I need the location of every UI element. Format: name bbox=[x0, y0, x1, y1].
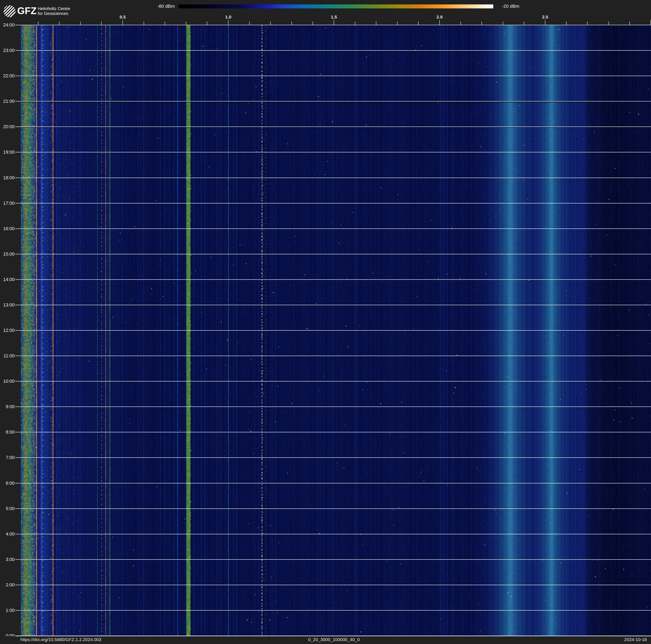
time-label: 4:00 bbox=[0, 531, 15, 536]
time-gridline bbox=[15, 76, 651, 76]
time-label: 6:00 bbox=[0, 481, 15, 486]
time-label: 17:00 bbox=[0, 201, 15, 206]
time-gridline bbox=[15, 330, 651, 331]
time-label: 5:00 bbox=[0, 506, 15, 511]
x-tick-minor bbox=[270, 22, 271, 25]
time-label: 3:00 bbox=[0, 557, 15, 562]
x-tick-major bbox=[228, 20, 228, 25]
x-tick-label: 0.5 bbox=[114, 14, 131, 20]
time-gridline bbox=[15, 101, 651, 101]
time-gridline bbox=[15, 152, 651, 152]
x-tick-minor bbox=[629, 22, 630, 25]
time-label: 22:00 bbox=[0, 74, 15, 79]
x-tick-minor bbox=[144, 22, 144, 25]
x-tick-minor bbox=[524, 22, 524, 25]
time-gridline bbox=[15, 534, 651, 534]
time-label: 2:00 bbox=[0, 582, 15, 587]
x-tick-major bbox=[122, 20, 123, 25]
time-label: 15:00 bbox=[0, 252, 15, 257]
gfz-subtitle-line1: Helmholtz Centre bbox=[38, 6, 70, 11]
time-label: 16:00 bbox=[0, 226, 15, 231]
time-gridline bbox=[15, 178, 651, 178]
time-gridline bbox=[15, 254, 651, 254]
time-label: 23:00 bbox=[0, 48, 15, 53]
time-gridline bbox=[15, 25, 651, 25]
time-label: 10:00 bbox=[0, 379, 15, 384]
x-tick-minor bbox=[608, 22, 609, 25]
time-gridline bbox=[15, 407, 651, 407]
time-gridline bbox=[15, 126, 651, 127]
gfz-logo-icon bbox=[4, 5, 16, 17]
x-tick-minor bbox=[291, 22, 292, 25]
x-tick-major bbox=[545, 20, 546, 25]
x-tick-label: 2.0 bbox=[431, 14, 448, 20]
colorbar-min-label: -80 dBm bbox=[153, 4, 175, 9]
time-gridline bbox=[15, 483, 651, 484]
gfz-logo-subtitle: Helmholtz Centre for Geosciences bbox=[38, 6, 70, 16]
x-tick-major bbox=[334, 20, 334, 25]
colorbar-max-label: -20 dBm bbox=[502, 4, 519, 9]
time-label: 14:00 bbox=[0, 277, 15, 282]
gfz-logo-text: GFZ bbox=[17, 5, 36, 16]
time-label: 19:00 bbox=[0, 150, 15, 155]
date-label: 2024-10-18 bbox=[624, 637, 647, 642]
x-tick-minor bbox=[207, 22, 207, 25]
time-label: 8:00 bbox=[0, 430, 15, 435]
time-label: 11:00 bbox=[0, 353, 15, 358]
time-gridline bbox=[15, 381, 651, 381]
time-gridline bbox=[15, 229, 651, 229]
time-gridline bbox=[15, 203, 651, 203]
x-tick-label: 1.5 bbox=[325, 14, 343, 20]
time-label: 24:00 bbox=[0, 23, 15, 28]
x-tick-minor bbox=[80, 22, 81, 25]
x-tick-minor bbox=[376, 22, 376, 25]
time-label: 18:00 bbox=[0, 175, 15, 180]
time-gridline bbox=[15, 356, 651, 356]
colorbar-gradient bbox=[179, 4, 493, 8]
time-label: 1:00 bbox=[0, 608, 15, 613]
time-gridline bbox=[15, 457, 651, 458]
x-tick-minor bbox=[59, 22, 59, 25]
x-tick-minor bbox=[101, 22, 102, 25]
x-tick-minor bbox=[312, 22, 313, 25]
x-tick-minor bbox=[355, 22, 355, 25]
x-tick-major bbox=[439, 20, 440, 25]
x-tick-minor bbox=[482, 22, 482, 25]
time-gridline bbox=[15, 559, 651, 560]
time-gridline bbox=[15, 432, 651, 432]
x-tick-label: 2.5 bbox=[536, 14, 554, 20]
time-label: 20:00 bbox=[0, 124, 15, 129]
time-gridline bbox=[15, 279, 651, 280]
x-tick-minor bbox=[566, 22, 566, 25]
spectrogram-page: GFZ Helmholtz Centre for Geosciences -80… bbox=[0, 0, 651, 644]
x-tick-minor bbox=[249, 22, 250, 25]
doi-label: https://doi.org/10.5880/GFZ.1.2.2024.003 bbox=[20, 637, 101, 642]
time-label: 21:00 bbox=[0, 99, 15, 104]
x-tick-minor bbox=[587, 22, 588, 25]
x-tick-minor bbox=[38, 22, 38, 25]
time-label: 9:00 bbox=[0, 404, 15, 409]
time-label: 7:00 bbox=[0, 455, 15, 460]
x-tick-label: 1.0 bbox=[219, 14, 237, 20]
time-label: 13:00 bbox=[0, 302, 15, 308]
time-label: 12:00 bbox=[0, 328, 15, 333]
x-tick-minor bbox=[503, 22, 503, 25]
time-gridline bbox=[15, 585, 651, 585]
x-tick-minor bbox=[397, 22, 398, 25]
x-tick-minor bbox=[418, 22, 418, 25]
x-tick-minor bbox=[186, 22, 186, 25]
time-gridline bbox=[15, 305, 651, 305]
x-tick-minor bbox=[461, 22, 461, 25]
gfz-subtitle-line2: for Geosciences bbox=[38, 11, 70, 16]
time-gridline bbox=[15, 610, 651, 611]
measurement-id-label: 0_20_3000_100000_40_0 bbox=[308, 637, 360, 642]
time-gridline bbox=[15, 508, 651, 509]
x-tick-minor bbox=[165, 22, 165, 25]
time-gridline bbox=[15, 50, 651, 51]
